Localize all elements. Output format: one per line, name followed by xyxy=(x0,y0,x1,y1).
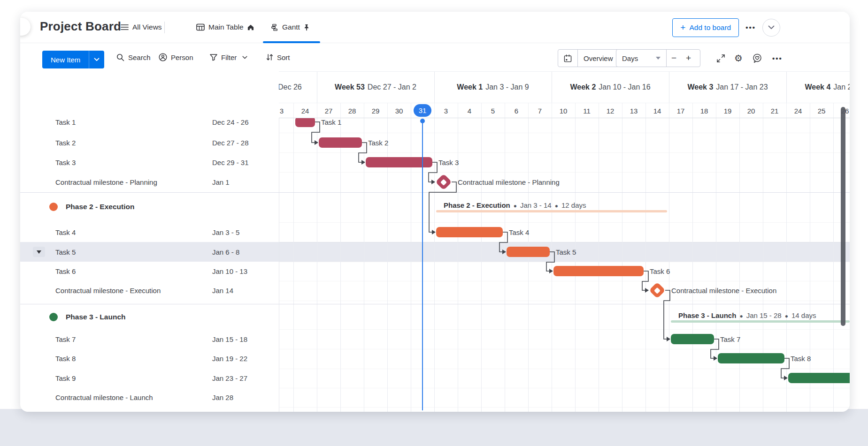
home-icon xyxy=(247,24,254,30)
phase-row[interactable]: Phase 3 - Launch xyxy=(49,313,125,321)
page-background-strip xyxy=(0,409,868,446)
day-header: 13 xyxy=(624,103,643,118)
task-name: Task 5 xyxy=(55,248,76,256)
new-item-dropdown[interactable] xyxy=(89,51,104,68)
day-header: 24 xyxy=(789,103,807,118)
search-icon xyxy=(116,53,124,61)
sort-button[interactable]: Sort xyxy=(266,43,290,71)
bar-label: Task 7 xyxy=(720,335,740,343)
today-date-pill: 31 xyxy=(414,104,431,117)
zoom-in-button[interactable]: + xyxy=(681,50,696,67)
gantt-bar-t9[interactable] xyxy=(788,373,850,383)
day-header: 27 xyxy=(319,103,338,118)
search-label: Search xyxy=(128,53,151,61)
zoom-out-button[interactable]: − xyxy=(667,50,681,67)
day-gridline xyxy=(481,118,482,412)
day-separator xyxy=(387,103,388,118)
gantt-bar-t5[interactable] xyxy=(507,247,550,257)
chevron-down-icon xyxy=(94,58,100,61)
pin-icon xyxy=(304,24,309,31)
gantt-body: Task 1Dec 24 - 26Task 1Task 2Dec 27 - 28… xyxy=(20,118,850,412)
day-gridline xyxy=(669,118,669,412)
task-name: Task 6 xyxy=(55,267,76,275)
task-dates: Jan 6 - 8 xyxy=(212,248,239,256)
feedback-button[interactable] xyxy=(750,49,764,67)
board-card: Project Board All Views Main Table xyxy=(20,12,850,412)
search-button[interactable]: Search xyxy=(116,43,151,71)
day-separator xyxy=(833,103,834,118)
person-filter-button[interactable]: Person xyxy=(159,43,193,71)
gantt-more-button[interactable]: ••• xyxy=(769,49,786,67)
sort-icon xyxy=(266,53,273,61)
milestone-diamond-m2[interactable] xyxy=(649,282,665,298)
day-header: 21 xyxy=(765,103,784,118)
row-gridline xyxy=(279,349,850,349)
gantt-bar-t2[interactable] xyxy=(319,137,362,148)
collapse-board-button[interactable] xyxy=(762,19,780,37)
day-header: 28 xyxy=(343,103,361,118)
day-header: 17 xyxy=(671,103,690,118)
day-header: 25 xyxy=(812,103,831,118)
gear-icon: ⚙ xyxy=(734,53,743,63)
week-header: Week 4Jan 24 - Jan 30 xyxy=(786,72,850,103)
row-expand-caret[interactable] xyxy=(33,247,45,257)
milestone-diamond-m1[interactable] xyxy=(435,174,452,190)
row-gridline xyxy=(279,281,850,281)
milestone-hole xyxy=(440,179,447,185)
gantt-bar-t1[interactable] xyxy=(295,118,315,127)
new-item-button[interactable]: New Item xyxy=(42,51,104,68)
gantt-bar-t6[interactable] xyxy=(553,266,644,276)
baseline-calendar-button[interactable] xyxy=(558,50,577,67)
day-gridline xyxy=(739,118,740,412)
day-gridline xyxy=(505,118,505,412)
day-header: 4 xyxy=(460,103,479,118)
day-separator xyxy=(458,103,458,118)
board-header: Project Board All Views Main Table xyxy=(20,12,850,43)
gantt-bar-t7[interactable] xyxy=(671,334,714,344)
settings-button[interactable]: ⚙ xyxy=(731,49,745,67)
task-dates: Jan 3 - 5 xyxy=(212,228,239,236)
tab-gantt[interactable]: Gantt xyxy=(271,12,309,43)
week-header: Week 1Jan 3 - Jan 9 xyxy=(434,72,552,103)
gantt-bar-t8[interactable] xyxy=(718,353,784,363)
day-gridline xyxy=(622,118,622,412)
fullscreen-button[interactable] xyxy=(714,49,728,67)
row-gridline xyxy=(279,388,850,388)
day-separator xyxy=(622,103,622,118)
day-header: 20 xyxy=(742,103,760,118)
tab-main-table[interactable]: Main Table xyxy=(196,12,254,43)
phase-color-dot xyxy=(49,203,58,211)
vertical-scrollbar[interactable] xyxy=(841,107,845,326)
phase-row[interactable]: Phase 2 - Execution xyxy=(49,203,134,211)
phase-color-dot xyxy=(49,313,58,321)
phase-summary-line xyxy=(436,210,667,212)
overview-button[interactable]: Overview xyxy=(578,50,619,67)
row-gridline xyxy=(279,172,850,173)
filter-button[interactable]: Filter xyxy=(210,43,247,71)
task-name: Task 1 xyxy=(55,118,76,126)
day-separator xyxy=(669,103,669,118)
all-views-label: All Views xyxy=(132,23,162,31)
board-more-button[interactable]: ••• xyxy=(745,23,756,31)
header-actions: + Add to board ••• xyxy=(672,12,780,43)
day-header: 18 xyxy=(695,103,714,118)
zoom-in-label: + xyxy=(686,53,691,63)
day-separator xyxy=(411,103,411,118)
table-icon xyxy=(196,23,205,31)
zoom-unit-value: Days xyxy=(622,54,638,62)
row-gridline xyxy=(279,407,850,408)
day-separator xyxy=(552,103,552,118)
bar-label: Task 3 xyxy=(438,159,459,166)
zoom-unit-select[interactable]: Days xyxy=(616,50,666,67)
bar-label: Task 2 xyxy=(368,139,388,147)
plus-icon: + xyxy=(680,23,685,32)
phase-name: Phase 2 - Execution xyxy=(66,203,134,211)
day-header: 3 xyxy=(437,103,455,118)
gantt-bar-t4[interactable] xyxy=(436,227,503,237)
day-separator xyxy=(317,103,317,118)
week-header: Week 52Dec 20 - Dec 26 xyxy=(279,72,317,103)
day-separator xyxy=(645,103,646,118)
day-gridline xyxy=(786,118,787,412)
add-to-board-button[interactable]: + Add to board xyxy=(672,18,739,37)
all-views-button[interactable]: All Views xyxy=(121,12,162,43)
